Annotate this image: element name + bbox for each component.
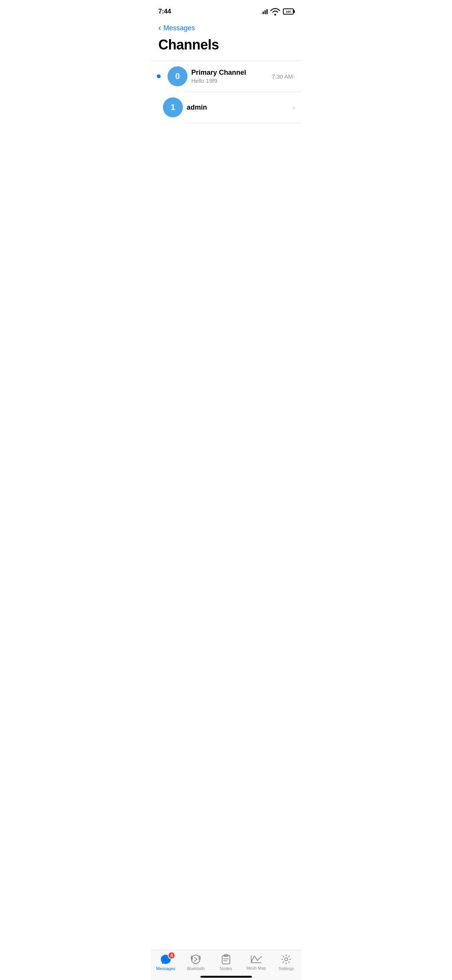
status-icons: 100 bbox=[261, 6, 294, 17]
back-navigation[interactable]: ‹ Messages bbox=[151, 21, 301, 35]
status-time: 7:44 bbox=[158, 8, 171, 15]
status-bar: 7:44 100 bbox=[151, 0, 301, 21]
channel-info-1: admin bbox=[183, 104, 293, 112]
channel-item-1[interactable]: 1 admin › bbox=[151, 92, 301, 123]
channel-name-1: admin bbox=[187, 104, 289, 112]
channel-divider-1 bbox=[184, 123, 301, 123]
channel-info-0: Primary Channel Hello 19f9 bbox=[187, 69, 272, 84]
unread-dot bbox=[157, 74, 161, 78]
channel-name-0: Primary Channel bbox=[191, 69, 268, 77]
chevron-right-icon-0: › bbox=[293, 72, 295, 81]
channel-time-0: 7:30 AM bbox=[272, 73, 293, 80]
channel-avatar-1: 1 bbox=[163, 97, 183, 117]
channel-preview-0: Hello 19f9 bbox=[191, 77, 268, 84]
channel-avatar-0: 0 bbox=[168, 66, 187, 86]
battery-icon: 100 bbox=[283, 8, 294, 15]
channel-meta-0: 7:30 AM bbox=[272, 73, 293, 80]
channel-item-0[interactable]: 0 Primary Channel Hello 19f9 7:30 AM › bbox=[151, 61, 301, 92]
channel-list: 0 Primary Channel Hello 19f9 7:30 AM › 1… bbox=[151, 61, 301, 123]
chevron-right-icon-1: › bbox=[293, 104, 295, 112]
wifi-icon bbox=[270, 6, 281, 17]
page-title: Channels bbox=[151, 35, 301, 61]
back-chevron-icon: ‹ bbox=[158, 24, 161, 32]
signal-icon bbox=[261, 9, 268, 14]
back-label: Messages bbox=[163, 24, 195, 32]
